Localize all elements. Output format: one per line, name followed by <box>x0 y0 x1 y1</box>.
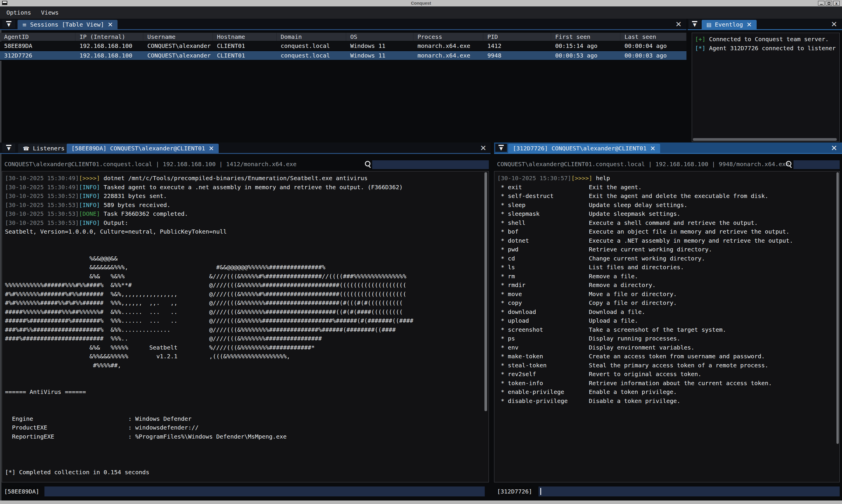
eventlog-collapse-button[interactable]: ▼ <box>689 20 701 28</box>
eventlog-text: Connected to Conquest team server. <box>705 36 828 43</box>
right-console-panel-close-icon[interactable]: ✕ <box>831 144 837 152</box>
console-line: &%%&&&%%%%% v1.2.1 ,(((&%%%%%%%%%%%%%%%%… <box>5 352 482 361</box>
chevron-down-icon: ▼ <box>693 23 697 27</box>
tab-agent-312D7726[interactable]: [312D7726] CONQUEST\alexander@CLIENT01 ✕ <box>508 144 660 153</box>
table-cell: 00:00:03 ago <box>620 51 686 60</box>
eventlog-output: [+] Connected to Conquest team server.[*… <box>692 33 840 142</box>
console-line: &&&&&&&%%%, #&&@@@@@@%%%%%%#############… <box>5 263 482 272</box>
status-badge: [+] <box>695 36 705 43</box>
left-console-scrollbar[interactable] <box>484 172 487 411</box>
table-cell: 1412 <box>483 41 551 50</box>
sessions-table-header: AgentIDIP (Internal)UsernameHostnameDoma… <box>0 33 686 41</box>
log-tag: [INFO] <box>79 184 100 191</box>
help-line: * shell Execute a shell command and retr… <box>497 218 832 228</box>
table-header-cell[interactable]: AgentID <box>0 33 75 41</box>
table-cell: 312D7726 <box>0 51 75 60</box>
table-header-cell[interactable]: Process <box>413 33 483 41</box>
log-tag: [INFO] <box>79 201 100 209</box>
eventlog-panel-close-icon[interactable]: ✕ <box>831 20 837 28</box>
tab-eventlog-label: Eventlog <box>715 21 743 28</box>
right-console-scrollbar[interactable] <box>837 172 839 444</box>
left-console-panel-close-icon[interactable]: ✕ <box>480 144 486 152</box>
console-line: Seatbelt, Version=1.0.0.0, Culture=neutr… <box>5 227 482 236</box>
log-timestamp: [30-10-2025 15:30:52] <box>5 193 79 199</box>
table-header-cell[interactable]: Hostname <box>213 33 277 41</box>
eventlog-line: [+] Connected to Conquest team server. <box>692 35 839 44</box>
help-line: * rev2self Revert to original access tok… <box>497 370 832 379</box>
tab-close-icon[interactable]: ✕ <box>746 21 752 28</box>
table-header-cell[interactable]: Last seen <box>620 33 686 41</box>
menu-item-options[interactable]: Options <box>6 9 31 16</box>
log-message: Tasked agent to execute a .net assembly … <box>100 184 403 191</box>
left-command-input[interactable] <box>45 486 485 497</box>
log-tag: [INFO] <box>79 193 100 199</box>
help-line: * ps Display running processes. <box>497 334 832 343</box>
chevron-down-icon: ▼ <box>7 23 11 27</box>
console-line: ====== AntiVirus ====== <box>5 388 482 397</box>
table-header-cell[interactable]: First seen <box>551 33 620 41</box>
console-line: [30-10-2025 15:30:57][>>>>] help <box>497 174 832 183</box>
table-header-cell[interactable]: OS <box>346 33 413 41</box>
console-line <box>5 236 482 245</box>
console-line: [30-10-2025 15:30:49][>>>>] dotnet /mnt/… <box>5 174 482 183</box>
table-header-cell[interactable]: Username <box>143 33 213 41</box>
maximize-button[interactable] <box>826 1 832 5</box>
tab-listeners[interactable]: ☎ Listeners <box>18 144 69 153</box>
eventlog-line: [*] Agent 312D7726 connected to listener <box>692 44 839 53</box>
left-console-output[interactable]: [30-10-2025 15:30:49][>>>>] dotnet /mnt/… <box>2 171 489 482</box>
table-cell: conquest.local <box>277 51 346 60</box>
table-cell: CLIENT01 <box>213 41 277 50</box>
tab-close-icon[interactable]: ✕ <box>650 145 655 152</box>
table-cell: 9948 <box>483 51 551 60</box>
table-header-cell[interactable]: Domain <box>277 33 346 41</box>
right-console-search-input[interactable] <box>793 160 840 169</box>
log-message: Task F366D362 completed. <box>100 210 188 217</box>
tab-close-icon[interactable]: ✕ <box>108 21 113 28</box>
log-message: 228831 bytes sent. <box>100 193 167 199</box>
console-line: &%& %%%%% Seatbelt %////(((&%%%%%%%%####… <box>5 343 482 352</box>
console-line <box>5 459 482 468</box>
log-tag: [>>>>] <box>571 175 592 182</box>
table-header-cell[interactable]: IP (Internal) <box>75 33 143 41</box>
console-line: [*] Completed collection in 0.154 second… <box>5 468 482 477</box>
console-line: ProductEXE : windowsdefender:// <box>5 423 482 432</box>
table-cell: Windows 11 <box>346 51 413 60</box>
log-message: 589 bytes received. <box>100 201 170 209</box>
sessions-collapse-button[interactable]: ▼ <box>2 20 15 28</box>
right-command-input[interactable] <box>538 486 840 497</box>
right-console-collapse-button[interactable]: ▼ <box>495 144 507 152</box>
help-line: * self-destruct Exit the agent and delet… <box>497 192 832 201</box>
table-cell: monarch.x64.exe <box>413 41 483 50</box>
left-console-search-input[interactable] <box>372 160 489 169</box>
tab-sessions[interactable]: ≡ Sessions [Table View] ✕ <box>18 20 118 29</box>
help-line: * make-token Create an access token from… <box>497 352 832 361</box>
tab-agent-58EE89DA[interactable]: [58EE89DA] CONQUEST\alexander@CLIENT01 ✕ <box>67 144 219 153</box>
tab-close-icon[interactable]: ✕ <box>209 145 214 152</box>
menu-item-views[interactable]: Views <box>41 9 58 16</box>
close-button[interactable]: x <box>833 1 840 5</box>
help-line: * move Move a file or directory. <box>497 290 832 299</box>
log-timestamp: [30-10-2025 15:30:53] <box>5 219 79 226</box>
chevron-down-icon: ▼ <box>7 147 11 151</box>
help-line: * disable-privilege Disable a token priv… <box>497 397 832 406</box>
tab-sessions-label: Sessions [Table View] <box>30 21 104 28</box>
table-row[interactable]: 58EE89DA192.168.168.100CONQUEST\alexande… <box>0 41 686 51</box>
left-console-collapse-button[interactable]: ▼ <box>2 144 15 152</box>
eventlog-horizontal-scrollbar[interactable] <box>693 138 837 141</box>
table-row[interactable]: 312D7726192.168.168.100CONQUEST\alexande… <box>0 51 686 61</box>
console-line: #####%%%%%%#####%%%##%%%%%%# &%%...... .… <box>5 307 482 317</box>
eventlog-text: Agent 312D7726 connected to listener <box>705 45 836 52</box>
phone-icon: ☎ <box>23 145 29 151</box>
tab-eventlog[interactable]: ▤ Eventlog ✕ <box>702 20 757 29</box>
minimize-button[interactable] <box>818 1 824 5</box>
table-header-cell[interactable]: PID <box>483 33 551 41</box>
help-line: * bof Execute an object file in memory a… <box>497 227 832 236</box>
log-timestamp: [30-10-2025 15:30:57] <box>497 175 571 182</box>
tab-listeners-label: Listeners <box>33 145 64 152</box>
help-line: * screenshot Take a screenshot of the ta… <box>497 325 832 334</box>
log-tag: [DONE] <box>79 210 100 217</box>
right-console-output[interactable]: [30-10-2025 15:30:57][>>>>] help * exit … <box>494 171 840 482</box>
sessions-panel-close-icon[interactable]: ✕ <box>675 20 682 28</box>
table-cell: CLIENT01 <box>213 51 277 60</box>
help-line: * env Display environment variables. <box>497 343 832 352</box>
